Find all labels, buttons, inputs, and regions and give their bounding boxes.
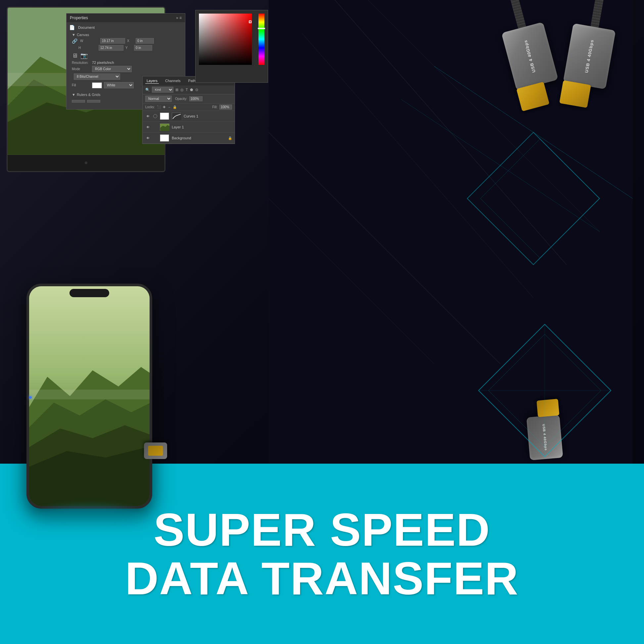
layer-1-name: Layer 1 [172,125,184,129]
layer-thumb-curves-white [160,113,169,120]
height-row: H Y [72,45,180,51]
locks-row: Locks: ⬛ ✚ → 🔒 Fill: [143,104,235,111]
eye-icon-bg[interactable]: 👁 [145,136,151,140]
canvas-title: ▼ Canvas [72,33,180,37]
document-row: 📄 Document [69,25,182,30]
eye-icon-curves[interactable]: 👁 [145,114,151,118]
y-input[interactable] [134,45,152,51]
type-icon[interactable]: T [186,88,188,92]
layers-panel: Layers Channels Paths ≡ 🔍 Kind ⊞ ◎ T ⬟ ⊙… [142,76,235,144]
width-row: 🔗 W X [72,38,180,44]
phone-screen [29,286,150,506]
svg-rect-27 [29,390,150,399]
search-icon: 🔍 [145,88,150,92]
mode-row: Mode RGB Color [72,66,180,72]
svg-rect-15 [172,113,181,120]
document-label: Document [78,25,95,29]
hero-text-block: SUPER SPEED DATA TRANSFER [125,505,519,603]
layer-background[interactable]: 👁 Background 🔒 [143,133,235,144]
phone-notch [69,289,109,297]
phone-body [26,284,152,509]
usb-label-2: USB 4 40Gbps [583,39,595,73]
fill-swatch[interactable] [92,82,102,88]
blend-mode-dropdown[interactable]: Normal [145,96,172,102]
lock-icon: 🔒 [228,136,232,140]
tab-layers[interactable]: Layers [145,78,159,84]
main-container: Properties » ≡ 📄 Document ▼ Canvas 🔗 [0,0,644,644]
usb-pin-2 [559,80,591,108]
icon-row: 🖥 📷 [72,52,180,59]
monitor-camera [85,161,87,164]
width-input[interactable] [100,38,125,44]
locks-label: Locks: [145,105,155,109]
lock-pixel-icon[interactable]: ⬛ [157,105,161,109]
x-input[interactable] [136,38,154,44]
layer-options-curves[interactable] [153,114,157,118]
layer-curves-1[interactable]: 👁 Curves 1 [143,111,235,122]
mode-dropdown[interactable]: RGB Color [92,66,132,72]
monitor-bezel [8,155,164,171]
lock-position-icon[interactable]: ✚ [163,105,165,109]
layer-curves-name: Curves 1 [184,114,198,118]
shape-icon[interactable]: ⬟ [190,88,193,92]
color-picker-panel [195,10,268,83]
eye-icon-layer1[interactable]: 👁 [145,125,151,129]
properties-expand-icon[interactable]: » ≡ [176,16,182,20]
smart-icon[interactable]: ⊙ [195,88,198,92]
height-input[interactable] [99,45,123,51]
layer-thumb-layer1 [160,123,169,131]
usb-label-1: USB 4 40Gbps [523,39,537,73]
color-gradient[interactable] [199,14,252,65]
bit-depth-dropdown[interactable]: 8 Bits/Channel [74,73,120,80]
layers-toolbar: 🔍 Kind ⊞ ◎ T ⬟ ⊙ [143,85,235,94]
hue-bar[interactable] [258,14,264,65]
opacity-input[interactable] [189,96,203,101]
hero-line2: DATA TRANSFER [125,554,519,603]
diamond-overlay [462,308,627,473]
phone-led [29,396,32,399]
lock-artboard-icon[interactable]: → [167,105,171,109]
layer-bg-name: Background [172,136,191,140]
phone [26,284,152,509]
fill-label: Fill: [212,105,217,109]
phone-usb-connector [144,442,167,459]
adjust-icon[interactable]: ◎ [180,88,184,92]
resolution-value: 72 pixels/inch [92,61,114,65]
fill-input[interactable] [219,105,232,110]
phone-usb-pin [148,446,163,456]
tab-channels[interactable]: Channels [164,78,182,84]
phone-reflection [36,505,142,525]
opacity-label: Opacity: [175,97,187,101]
fill-dropdown[interactable]: White [104,82,134,88]
mode-row: Normal Opacity: [143,94,235,104]
lock-all-icon[interactable]: 🔒 [173,105,177,109]
pixel-icon[interactable]: ⊞ [175,88,178,92]
hero-line1: SUPER SPEED [125,505,519,554]
kind-dropdown[interactable]: Kind [152,87,173,93]
layer-thumb-curves-graph [172,113,181,120]
properties-panel-header: Properties » ≡ [67,14,185,22]
properties-panel-title: Properties [70,16,88,20]
resolution-row: Resolution: 72 pixels/inch [72,61,180,65]
layer-1[interactable]: 👁 Layer 1 [143,122,235,133]
layer-thumb-bg [160,134,169,142]
